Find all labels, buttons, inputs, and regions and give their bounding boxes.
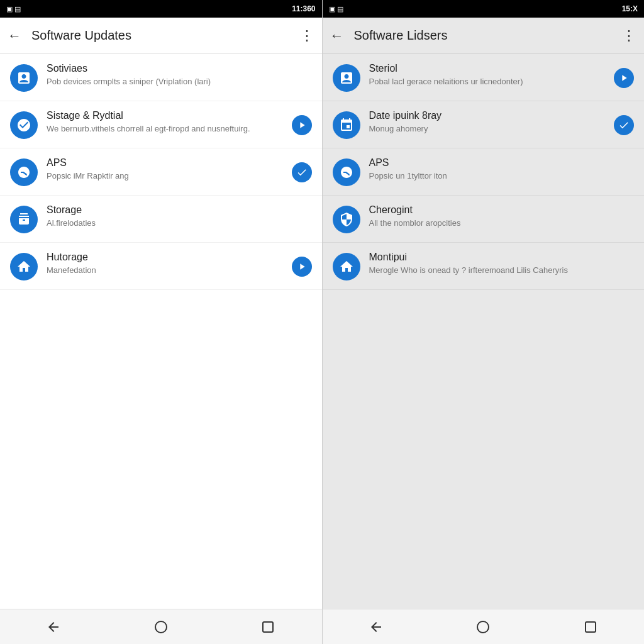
aps-left-icon [10, 158, 38, 186]
aps-left-action[interactable] [292, 162, 312, 182]
date-content: Date ipuink 8ray Monug ahomery [369, 110, 608, 135]
right-status-left-icons: ▣ ▤ [329, 5, 343, 13]
cherogint-title: Cherogint [369, 204, 635, 216]
montipui-subtitle: Merogle Who is onead ty ? irfteremoand L… [369, 265, 635, 276]
montipui-icon [333, 253, 360, 280]
aps-right-icon [333, 158, 360, 186]
sistage-title: Sistage & Rydtial [47, 110, 286, 121]
left-more-button[interactable]: ⋮ [300, 28, 314, 44]
svg-rect-3 [586, 622, 596, 632]
aps-left-subtitle: Popsic iMr Rapktir ang [47, 170, 286, 182]
right-screen-title: Software Lidsers [354, 28, 623, 43]
right-recents-nav[interactable] [572, 614, 609, 640]
left-notification-icons: ▣ ▤ [6, 5, 21, 13]
aps-right-content: APS Popsic un 1tylttor iton [369, 157, 635, 182]
left-status-left-icons: ▣ ▤ [6, 5, 21, 13]
list-item[interactable]: APS Popsic un 1tylttor iton [323, 148, 645, 196]
svg-point-2 [477, 621, 489, 633]
aps-right-title: APS [369, 157, 635, 169]
sotiviaes-content: Sotiviaes Pob devices ormplts a siniper … [47, 63, 312, 87]
aps-left-content: APS Popsic iMr Rapktir ang [47, 157, 286, 182]
montipui-title: Montipui [369, 252, 635, 263]
check-button[interactable] [292, 162, 312, 182]
storage-left-icon [10, 206, 38, 233]
date-title: Date ipuink 8ray [369, 110, 608, 121]
list-item[interactable]: Sistage & Rydtial We bernurb.vithels cho… [0, 101, 322, 148]
sotiviaes-subtitle: Pob devices ormplts a siniper (Vriplatio… [47, 76, 312, 87]
right-status-right: 15:X [622, 4, 638, 13]
hutorage-content: Hutorage Manefedation [47, 252, 286, 276]
list-item[interactable]: Storage Al.firelodaties [0, 196, 322, 243]
left-home-nav[interactable] [142, 614, 180, 640]
play-button[interactable] [292, 115, 312, 135]
left-status-bar: ▣ ▤ 11:360 [0, 0, 322, 18]
list-item[interactable]: Cherogint All the nomblor aropcities [323, 196, 645, 243]
left-app-bar: ← Software Updates ⋮ [0, 18, 322, 54]
list-item[interactable]: Sotiviaes Pob devices ormplts a siniper … [0, 54, 322, 101]
left-back-nav[interactable] [35, 614, 72, 640]
hutorage-action[interactable] [292, 257, 312, 277]
list-item[interactable]: Steriol Pobal lacl gerace nelaitions ur … [323, 54, 645, 101]
cherogint-content: Cherogint All the nomblor aropcities [369, 204, 635, 229]
date-icon [333, 111, 360, 139]
play-button-3[interactable] [614, 68, 634, 88]
play-button-2[interactable] [292, 257, 312, 277]
svg-point-0 [155, 621, 167, 633]
left-screen-title: Software Updates [31, 28, 300, 43]
date-subtitle: Monug ahomery [369, 123, 608, 135]
cherogint-icon [333, 206, 360, 233]
aps-left-title: APS [47, 157, 286, 169]
sistage-action[interactable] [292, 115, 312, 135]
right-back-button[interactable]: ← [330, 28, 344, 44]
storage-left-title: Storage [47, 204, 312, 216]
list-item[interactable]: Montipui Merogle Who is onead ty ? irfte… [323, 243, 645, 290]
right-notification-icons: ▣ ▤ [329, 5, 343, 13]
right-phone-panel: ▣ ▤ 15:X ← Software Lidsers ⋮ Steriol Po… [323, 0, 645, 644]
aps-right-subtitle: Popsic un 1tylttor iton [369, 170, 635, 182]
hutorage-icon [10, 253, 38, 280]
storage-left-content: Storage Al.firelodaties [47, 204, 312, 229]
steriol-action[interactable] [614, 68, 634, 88]
list-item[interactable]: Hutorage Manefedation [0, 243, 322, 290]
right-nav-bar [323, 609, 645, 644]
right-clock: 15:X [622, 4, 638, 13]
right-list: Steriol Pobal lacl gerace nelaitions ur … [323, 54, 645, 609]
steriol-content: Steriol Pobal lacl gerace nelaitions ur … [369, 63, 608, 87]
left-phone-panel: ▣ ▤ 11:360 ← Software Updates ⋮ Sotiviae… [0, 0, 322, 644]
sistage-content: Sistage & Rydtial We bernurb.vithels cho… [47, 110, 286, 135]
sotiviaes-icon [10, 64, 38, 92]
check-button-2[interactable] [614, 115, 634, 135]
left-back-button[interactable]: ← [8, 28, 21, 44]
left-status-right: 11:360 [292, 4, 315, 13]
list-item[interactable]: Date ipuink 8ray Monug ahomery [323, 101, 645, 148]
right-app-bar: ← Software Lidsers ⋮ [323, 18, 645, 54]
sistage-subtitle: We bernurb.vithels chorrell al egt-firop… [47, 123, 286, 135]
date-action[interactable] [614, 115, 634, 135]
steriol-title: Steriol [369, 63, 608, 74]
sistage-icon [10, 111, 38, 139]
left-recents-nav[interactable] [249, 614, 287, 640]
list-item[interactable]: APS Popsic iMr Rapktir ang [0, 148, 322, 196]
sotiviaes-title: Sotiviaes [47, 63, 312, 74]
right-more-button[interactable]: ⋮ [622, 28, 636, 44]
svg-rect-1 [263, 622, 273, 632]
steriol-icon [333, 64, 360, 92]
hutorage-title: Hutorage [47, 252, 286, 263]
right-home-nav[interactable] [464, 614, 502, 640]
left-clock: 11:360 [292, 4, 315, 13]
right-status-bar: ▣ ▤ 15:X [323, 0, 645, 18]
right-back-nav[interactable] [357, 614, 395, 640]
left-list: Sotiviaes Pob devices ormplts a siniper … [0, 54, 322, 609]
cherogint-subtitle: All the nomblor aropcities [369, 218, 635, 229]
steriol-subtitle: Pobal lacl gerace nelaitions ur licnedon… [369, 76, 608, 87]
montipui-content: Montipui Merogle Who is onead ty ? irfte… [369, 252, 635, 276]
storage-left-subtitle: Al.firelodaties [47, 218, 312, 229]
left-nav-bar [0, 609, 322, 644]
hutorage-subtitle: Manefedation [47, 265, 286, 276]
